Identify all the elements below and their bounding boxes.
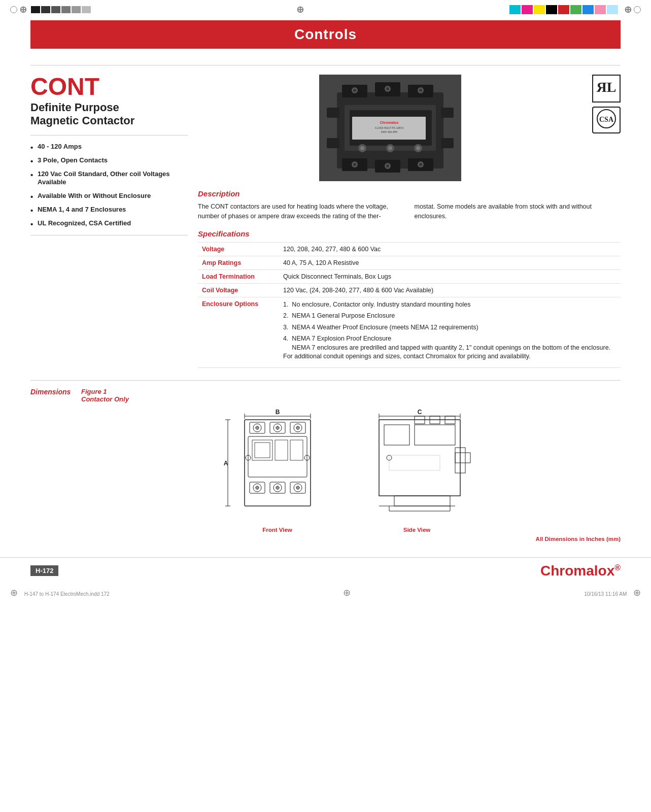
description-heading: Description bbox=[198, 189, 621, 198]
red-bar bbox=[558, 5, 569, 14]
svg-point-14 bbox=[353, 163, 356, 166]
black-bar bbox=[31, 6, 40, 13]
description-col1: The CONT contactors are used for heating… bbox=[198, 202, 404, 221]
lightgrey-bar bbox=[61, 6, 71, 13]
svg-text:Chromalox: Chromalox bbox=[380, 121, 398, 124]
spec-row-load: Load Termination Quick Disconnect Termin… bbox=[198, 269, 621, 283]
dimensions-content: Figure 1 Contactor Only B bbox=[81, 388, 621, 542]
description-text: The CONT contactors are used for heating… bbox=[198, 202, 621, 221]
spec-label-load: Load Termination bbox=[198, 269, 279, 283]
bottom-right-mark: 10/16/13 11:16 AM ⊕ bbox=[584, 587, 641, 598]
left-col: CONT Definite Purpose Magnetic Contactor… bbox=[30, 75, 188, 368]
svg-rect-27 bbox=[327, 108, 339, 118]
date-info: 10/16/13 11:16 AM bbox=[584, 591, 627, 597]
green-bar bbox=[570, 5, 581, 14]
spec-row-enclosure: Enclosure Options 1. No enclosure, Conta… bbox=[198, 297, 621, 367]
dimensions-heading: Dimensions bbox=[30, 388, 71, 396]
svg-rect-91 bbox=[384, 425, 409, 445]
ul-logo: ЯL bbox=[592, 75, 621, 103]
bullet-item-1: 40 - 120 Amps bbox=[30, 143, 188, 151]
brand-name-text: Chromalox bbox=[540, 563, 614, 579]
dimensions-section: Dimensions Figure 1 Contactor Only B bbox=[30, 380, 621, 542]
spec-label-enclosure: Enclosure Options bbox=[198, 297, 279, 367]
page-number: H-172 bbox=[30, 565, 58, 576]
crosshair-top-left: ⊕ bbox=[19, 4, 27, 15]
reg-circle-right bbox=[634, 6, 641, 13]
svg-rect-95 bbox=[455, 453, 470, 463]
crosshair-top-center: ⊕ bbox=[296, 4, 304, 15]
reg-mark-right: ⊕ bbox=[509, 4, 641, 15]
figure-drawings: B bbox=[81, 407, 621, 533]
divider-line bbox=[30, 135, 188, 136]
spec-label-voltage: Voltage bbox=[198, 242, 279, 256]
magenta-bar bbox=[522, 5, 533, 14]
crosshair-bottom-right: ⊕ bbox=[633, 588, 641, 598]
product-subtitle: Definite Purpose Magnetic Contactor bbox=[30, 101, 188, 128]
svg-rect-104 bbox=[389, 455, 440, 470]
spec-value-enclosure: 1. No enclosure, Contactor only. Industr… bbox=[279, 297, 621, 367]
csa-logo: CSA bbox=[592, 107, 621, 133]
side-view-container: C bbox=[354, 407, 481, 533]
figure-subheading-text: Contactor Only bbox=[81, 395, 129, 403]
subtitle-line1: Definite Purpose bbox=[30, 101, 119, 114]
front-view-container: B bbox=[222, 407, 333, 533]
figure-heading-text: Figure 1 bbox=[81, 388, 107, 395]
svg-rect-62 bbox=[255, 443, 270, 458]
product-image-area: Chromalox CLASS 5011T PC-12B N 240V 40A … bbox=[198, 75, 582, 181]
brand-name: Chromalox® bbox=[540, 563, 621, 579]
header-banner: Controls bbox=[30, 20, 621, 49]
svg-text:B: B bbox=[275, 409, 280, 416]
ltblue-bar bbox=[607, 5, 618, 14]
bottom-marks: ⊕ H-147 to H-174 ElectroMech.indd 172 ⊕ … bbox=[0, 584, 651, 601]
svg-rect-90 bbox=[379, 420, 460, 496]
page-title: Controls bbox=[30, 26, 621, 43]
cyan-bar bbox=[509, 5, 521, 14]
spec-value-coil: 120 Vac, (24, 208-240, 277, 480 & 600 Va… bbox=[279, 283, 621, 297]
darkgrey-bar bbox=[41, 6, 50, 13]
bottom-bar: H-172 Chromalox® bbox=[0, 557, 651, 584]
main-content: CONT Definite Purpose Magnetic Contactor… bbox=[0, 49, 651, 552]
specifications-section: Specifications Voltage 120, 208, 240, 27… bbox=[198, 229, 621, 368]
spec-label-coil: Coil Voltage bbox=[198, 283, 279, 297]
grey-bar bbox=[51, 6, 60, 13]
enc-option-1: 1. No enclosure, Contactor only. Industr… bbox=[283, 300, 616, 310]
yellow-bar bbox=[534, 5, 545, 14]
spec-value-amp: 40 A, 75 A, 120 A Resistive bbox=[279, 256, 621, 269]
bullet-item-5: NEMA 1, 4 and 7 Enclosures bbox=[30, 206, 188, 214]
side-view-svg: C bbox=[354, 407, 481, 524]
svg-text:CSA: CSA bbox=[599, 116, 614, 123]
svg-rect-92 bbox=[415, 425, 455, 445]
svg-rect-61 bbox=[252, 440, 272, 460]
svg-point-7 bbox=[386, 87, 389, 90]
svg-rect-29 bbox=[327, 138, 339, 148]
right-col: Chromalox CLASS 5011T PC-12B N 240V 40A … bbox=[198, 75, 621, 368]
enc-option-3: 3. NEMA 4 Weather Proof Enclosure (meets… bbox=[283, 323, 616, 332]
bullet-item-3: 120 Vac Coil Standard, Other coil Voltag… bbox=[30, 170, 188, 187]
specifications-heading: Specifications bbox=[198, 229, 621, 238]
bullet-item-6: UL Recognized, CSA Certified bbox=[30, 219, 188, 228]
side-view-label: Side View bbox=[403, 527, 430, 533]
figure-caption: Figure 1 Contactor Only bbox=[81, 388, 621, 403]
svg-rect-93 bbox=[394, 496, 450, 506]
svg-point-5 bbox=[353, 89, 356, 92]
top-divider bbox=[30, 65, 621, 65]
enc-option-4: 4. NEMA 7 Explosion Proof Enclosure NEMA… bbox=[283, 334, 616, 361]
black-bar2 bbox=[546, 5, 557, 14]
bottom-left-mark: ⊕ H-147 to H-174 ElectroMech.indd 172 bbox=[10, 587, 110, 598]
brand-container: Chromalox® bbox=[540, 563, 621, 579]
crosshair-top-right: ⊕ bbox=[624, 4, 632, 15]
spec-row-voltage: Voltage 120, 208, 240, 277, 480 & 600 Va… bbox=[198, 242, 621, 256]
spec-label-amp: Amp Ratings bbox=[198, 256, 279, 269]
svg-point-32 bbox=[360, 146, 364, 150]
reg-circle-left bbox=[10, 6, 17, 13]
top-right: Chromalox CLASS 5011T PC-12B N 240V 40A … bbox=[198, 75, 621, 181]
spec-value-load: Quick Disconnect Terminals, Box Lugs bbox=[279, 269, 621, 283]
bullet-list: 40 - 120 Amps 3 Pole, Open Contacts 120 … bbox=[30, 143, 188, 228]
svg-point-16 bbox=[386, 164, 389, 167]
product-code: CONT bbox=[30, 75, 188, 99]
svg-point-36 bbox=[416, 146, 420, 150]
all-dims-note: All Dimensions in Inches (mm) bbox=[81, 536, 621, 542]
lighter-bar bbox=[72, 6, 81, 13]
specifications-table: Voltage 120, 208, 240, 277, 480 & 600 Va… bbox=[198, 242, 621, 368]
description-section: Description The CONT contactors are used… bbox=[198, 189, 621, 221]
